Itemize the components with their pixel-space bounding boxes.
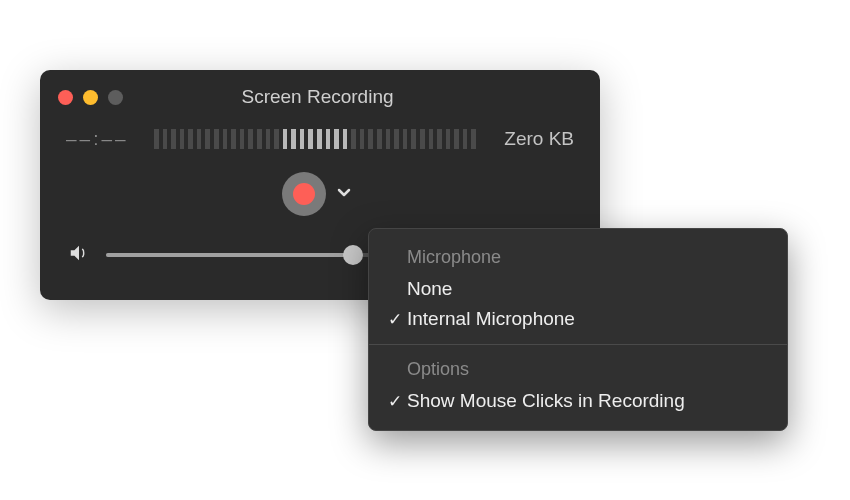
options-section-title: Options — [369, 355, 787, 386]
microphone-item[interactable]: None — [369, 274, 787, 304]
meter-segment — [334, 129, 339, 149]
volume-thumb[interactable] — [343, 245, 363, 265]
meter-segment — [351, 129, 356, 149]
meter-segment — [437, 129, 442, 149]
option-item[interactable]: ✓Show Mouse Clicks in Recording — [369, 386, 787, 416]
meter-segment — [214, 129, 219, 149]
checkmark-icon: ✓ — [383, 391, 407, 412]
record-controls — [40, 150, 600, 216]
volume-fill — [106, 253, 353, 257]
meter-segment — [257, 129, 262, 149]
microphone-item-label: None — [407, 278, 452, 300]
option-item-label: Show Mouse Clicks in Recording — [407, 390, 685, 412]
meter-segment — [240, 129, 245, 149]
meter-segment — [429, 129, 434, 149]
zoom-button[interactable] — [108, 90, 123, 105]
meter-segment — [274, 129, 279, 149]
meter-segment — [223, 129, 228, 149]
meter-segment — [377, 129, 382, 149]
meter-segment — [266, 129, 271, 149]
meter-segment — [308, 129, 313, 149]
meter-segment — [163, 129, 168, 149]
microphone-section-title: Microphone — [369, 243, 787, 274]
meter-segment — [283, 129, 288, 149]
meter-segment — [420, 129, 425, 149]
meter-segment — [454, 129, 459, 149]
dropdown-divider — [369, 344, 787, 345]
time-display: ––:–– — [66, 128, 136, 150]
meter-segment — [154, 129, 159, 149]
meter-segment — [403, 129, 408, 149]
meter-segment — [386, 129, 391, 149]
audio-level-meter — [154, 128, 476, 150]
record-button[interactable] — [282, 172, 326, 216]
meter-segment — [394, 129, 399, 149]
meter-segment — [368, 129, 373, 149]
meter-segment — [248, 129, 253, 149]
meter-segment — [291, 129, 296, 149]
minimize-button[interactable] — [83, 90, 98, 105]
meter-segment — [360, 129, 365, 149]
meter-segment — [326, 129, 331, 149]
microphone-item-label: Internal Microphone — [407, 308, 575, 330]
options-chevron-icon[interactable] — [330, 184, 358, 205]
titlebar: Screen Recording — [40, 84, 600, 110]
meter-segment — [463, 129, 468, 149]
meter-segment — [343, 129, 348, 149]
meter-segment — [317, 129, 322, 149]
window-title: Screen Recording — [123, 86, 512, 108]
file-size-display: Zero KB — [494, 128, 574, 150]
options-dropdown: Microphone None✓Internal Microphone Opti… — [368, 228, 788, 431]
meter-segment — [171, 129, 176, 149]
meter-segment — [300, 129, 305, 149]
meter-segment — [197, 129, 202, 149]
meter-segment — [180, 129, 185, 149]
microphone-item[interactable]: ✓Internal Microphone — [369, 304, 787, 334]
speaker-icon — [68, 242, 90, 268]
info-row: ––:–– Zero KB — [40, 110, 600, 150]
traffic-lights — [58, 90, 123, 105]
meter-segment — [411, 129, 416, 149]
close-button[interactable] — [58, 90, 73, 105]
checkmark-icon: ✓ — [383, 309, 407, 330]
meter-segment — [205, 129, 210, 149]
meter-segment — [188, 129, 193, 149]
record-dot-icon — [293, 183, 315, 205]
meter-segment — [231, 129, 236, 149]
meter-segment — [471, 129, 476, 149]
meter-segment — [446, 129, 451, 149]
